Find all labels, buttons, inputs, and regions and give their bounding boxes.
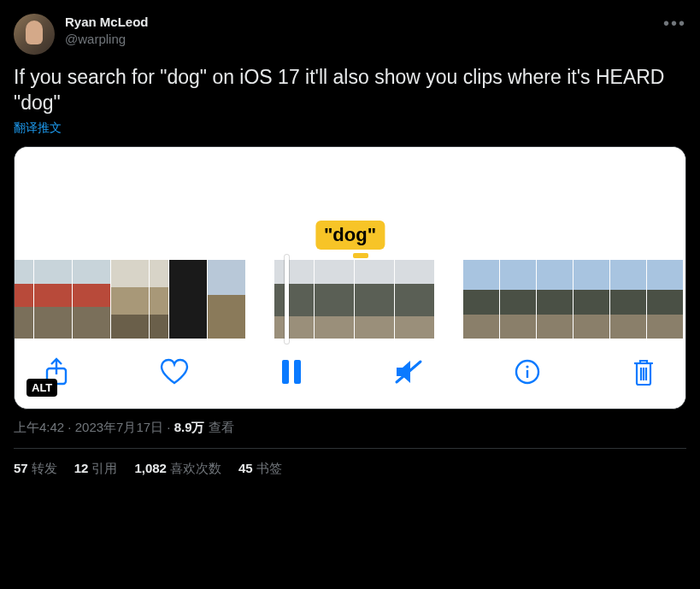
clip-group[interactable] <box>463 260 683 339</box>
clip-group[interactable] <box>15 260 245 339</box>
media-attachment[interactable]: "dog" <box>14 146 686 409</box>
thumbnail <box>73 260 110 339</box>
avatar[interactable] <box>14 14 55 55</box>
thumbnail <box>274 260 314 339</box>
thumbnail <box>15 260 33 339</box>
thumbnail <box>208 260 245 339</box>
caption-marker <box>353 253 368 258</box>
alt-badge[interactable]: ALT <box>26 379 57 397</box>
info-icon[interactable] <box>514 358 541 386</box>
thumbnail <box>610 260 646 339</box>
thumbnail <box>500 260 536 339</box>
thumbnail <box>111 260 149 339</box>
views-label: 查看 <box>209 420 234 434</box>
divider <box>14 448 686 449</box>
user-handle: @warpling <box>65 31 149 48</box>
tweet-stats: 57转发 12引用 1,082喜欢次数 45书签 <box>14 461 686 477</box>
more-options-icon[interactable]: ••• <box>663 14 686 33</box>
playhead[interactable] <box>285 255 289 344</box>
quotes-stat[interactable]: 12引用 <box>74 461 118 477</box>
svg-rect-2 <box>294 360 301 384</box>
likes-stat[interactable]: 1,082喜欢次数 <box>134 461 221 477</box>
retweets-stat[interactable]: 57转发 <box>14 461 57 477</box>
thumbnail <box>395 260 434 339</box>
media-toolbar <box>15 339 685 409</box>
thumbnail <box>355 260 394 339</box>
caption-bubble: "dog" <box>315 221 385 250</box>
thumbnail <box>34 260 72 339</box>
tweet-meta: 上午4:42 · 2023年7月17日 · 8.9万 查看 <box>14 420 686 436</box>
svg-rect-1 <box>282 360 289 384</box>
media-preview-top: "dog" <box>15 147 685 260</box>
bookmarks-stat[interactable]: 45书签 <box>238 461 282 477</box>
thumbnail <box>463 260 499 339</box>
heart-icon[interactable] <box>159 358 190 386</box>
tweet-container: Ryan McLeod @warpling ••• If you search … <box>0 0 700 491</box>
thumbnail <box>150 260 168 339</box>
thumbnail <box>537 260 573 339</box>
display-name: Ryan McLeod <box>65 14 149 31</box>
translate-link[interactable]: 翻译推文 <box>14 121 62 136</box>
video-timeline[interactable] <box>15 260 685 339</box>
pause-icon[interactable] <box>279 358 303 386</box>
svg-point-5 <box>526 365 528 368</box>
tweet-date[interactable]: 2023年7月17日 <box>75 420 163 434</box>
thumbnail <box>647 260 683 339</box>
user-info[interactable]: Ryan McLeod @warpling <box>65 14 149 47</box>
tweet-header: Ryan McLeod @warpling ••• <box>14 14 686 55</box>
views-count: 8.9万 <box>174 420 205 434</box>
tweet-time[interactable]: 上午4:42 <box>14 420 64 434</box>
thumbnail <box>169 260 207 339</box>
mute-icon[interactable] <box>393 358 424 386</box>
tweet-text: If you search for "dog" on iOS 17 it'll … <box>14 65 686 116</box>
clip-group-active[interactable] <box>274 260 434 339</box>
thumbnail <box>574 260 609 339</box>
trash-icon[interactable] <box>631 357 656 386</box>
thumbnail <box>315 260 354 339</box>
